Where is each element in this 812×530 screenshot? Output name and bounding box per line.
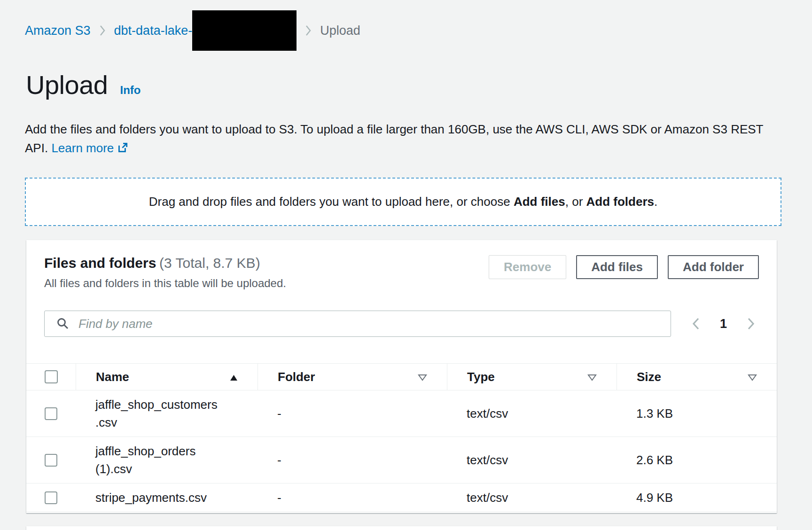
column-label-folder: Folder (278, 370, 315, 384)
current-page-number[interactable]: 1 (720, 317, 727, 331)
cell-folder: - (258, 489, 447, 507)
column-header-name[interactable]: Name (76, 364, 258, 390)
learn-more-label: Learn more (51, 141, 114, 155)
chevron-right-icon (99, 24, 106, 37)
search-input[interactable] (44, 311, 671, 337)
sort-ascending-icon (230, 370, 238, 384)
previous-page-button[interactable] (690, 315, 702, 333)
panel-titles: Files and folders (3 Total, 8.7 KB) All … (44, 255, 286, 290)
table-header-row: Name Folder Type Size (26, 363, 777, 390)
dropzone-text-prefix: Drag and drop files and folders you want… (149, 195, 514, 209)
breadcrumb-amazon-s3-link[interactable]: Amazon S3 (25, 23, 91, 38)
column-header-size[interactable]: Size (617, 364, 777, 390)
next-page-button[interactable] (745, 315, 757, 333)
cell-name: stripe_payments.csv (76, 489, 237, 507)
row-select-cell (26, 396, 76, 431)
sort-down-outline-icon (748, 370, 757, 384)
sort-down-outline-icon (587, 370, 597, 384)
table-row: jaffle_shop_orders (1).csv - text/csv 2.… (26, 437, 777, 483)
cell-type: text/csv (447, 405, 617, 422)
table-row: jaffle_shop_customers.csv - text/csv 1.3… (26, 390, 777, 437)
sort-down-outline-icon (418, 370, 427, 384)
cell-name: jaffle_shop_orders (1).csv (76, 442, 237, 478)
page-title: Upload (26, 70, 108, 100)
row-checkbox[interactable] (45, 491, 57, 504)
info-link[interactable]: Info (120, 84, 141, 97)
search-row: 1 (44, 311, 759, 337)
s3-upload-page: Amazon S3 dbt-data-lake- Upload Upload I… (0, 0, 812, 530)
panel-count: (3 Total, 8.7 KB) (159, 255, 260, 271)
pagination: 1 (690, 315, 759, 333)
row-checkbox[interactable] (45, 454, 57, 467)
table-row: stripe_payments.csv - text/csv 4.9 KB (26, 483, 777, 512)
dropzone-text-separator: , or (565, 195, 586, 209)
panel-actions: Remove Add files Add folder (489, 255, 759, 290)
dropzone-text-suffix: . (654, 195, 657, 209)
cell-folder: - (258, 405, 447, 422)
cell-size: 1.3 KB (617, 405, 777, 422)
intro-text: Add the files and folders you want to up… (25, 122, 763, 155)
search-box (44, 311, 671, 337)
dropzone-add-folders-label: Add folders (586, 195, 654, 209)
files-and-folders-panel: Files and folders (3 Total, 8.7 KB) All … (26, 240, 777, 513)
cell-type: text/csv (447, 489, 617, 507)
external-link-icon (117, 140, 129, 159)
row-select-cell (26, 442, 76, 478)
search-icon (56, 317, 70, 332)
breadcrumb-bucket-link[interactable]: dbt-data-lake- (114, 23, 193, 38)
add-folder-button[interactable]: Add folder (668, 255, 759, 279)
remove-button[interactable]: Remove (489, 255, 566, 279)
select-all-cell (26, 364, 76, 390)
breadcrumb-bucket: dbt-data-lake- (114, 10, 297, 51)
intro-paragraph: Add the files and folders you want to up… (25, 120, 784, 159)
column-label-type: Type (467, 370, 495, 384)
breadcrumb-current-page: Upload (320, 23, 360, 38)
cell-folder: - (258, 451, 447, 469)
column-label-size: Size (637, 370, 661, 384)
cell-name: jaffle_shop_customers.csv (76, 396, 237, 431)
panel-title: Files and folders (44, 255, 156, 271)
column-header-folder[interactable]: Folder (258, 364, 447, 390)
next-panel-edge (26, 526, 777, 530)
breadcrumb: Amazon S3 dbt-data-lake- Upload (25, 10, 812, 51)
row-checkbox[interactable] (45, 407, 57, 420)
page-header: Upload Info (26, 70, 812, 100)
dropzone-add-files-label: Add files (514, 195, 565, 209)
panel-header: Files and folders (3 Total, 8.7 KB) All … (26, 240, 777, 290)
row-select-cell (26, 489, 76, 507)
drag-and-drop-zone[interactable]: Drag and drop files and folders you want… (25, 178, 781, 226)
panel-subtitle: All files and folders in this table will… (44, 277, 286, 290)
files-table: Name Folder Type Size (26, 363, 777, 512)
redacted-bucket-name (192, 10, 297, 51)
add-files-button[interactable]: Add files (576, 255, 658, 279)
cell-type: text/csv (447, 451, 617, 469)
learn-more-link[interactable]: Learn more (51, 141, 129, 155)
select-all-checkbox[interactable] (45, 370, 58, 383)
column-label-name: Name (96, 370, 129, 384)
chevron-right-icon (305, 24, 312, 37)
dropzone-text: Drag and drop files and folders you want… (149, 195, 657, 209)
cell-size: 4.9 KB (617, 489, 777, 507)
cell-size: 2.6 KB (617, 451, 777, 469)
column-header-type[interactable]: Type (447, 364, 617, 390)
